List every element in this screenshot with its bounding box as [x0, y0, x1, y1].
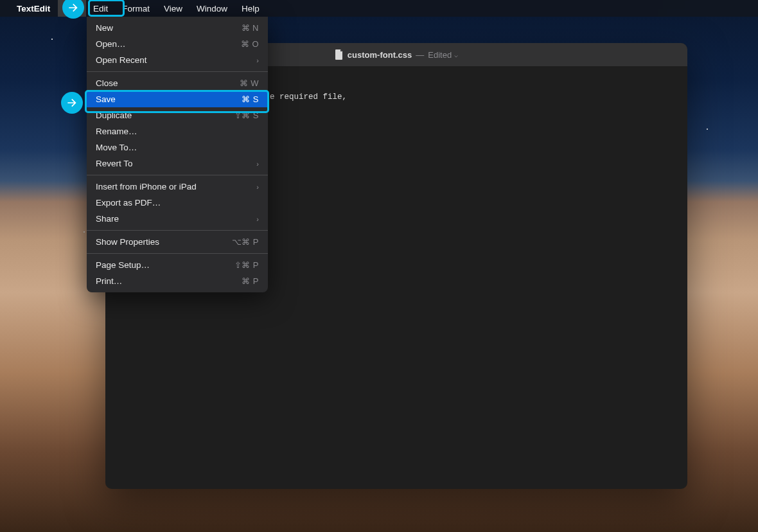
menu-shortcut: ⌘ S: [242, 94, 259, 104]
editor-filename: custom-font.css: [348, 50, 412, 60]
menu-item-label: Open…: [96, 39, 126, 49]
menu-item-label: Page Setup…: [96, 260, 150, 270]
menu-item-close[interactable]: Close⌘ W: [87, 75, 268, 91]
chevron-down-icon[interactable]: ⌵: [454, 51, 458, 58]
menu-item-open-recent[interactable]: Open Recent›: [87, 52, 268, 68]
menu-edit[interactable]: Edit: [86, 0, 115, 17]
app-name[interactable]: TextEdit: [14, 4, 58, 13]
menu-file[interactable]: File: [58, 0, 86, 17]
callout-arrow-save: [61, 92, 83, 114]
menu-item-label: Rename…: [96, 127, 137, 136]
menu-format[interactable]: Format: [115, 0, 157, 17]
menu-item-label: Show Properties: [96, 237, 159, 247]
chevron-right-icon: ›: [256, 160, 259, 168]
menu-item-new[interactable]: New⌘ N: [87, 20, 268, 36]
menu-item-duplicate[interactable]: Duplicate⇧⌘ S: [87, 107, 268, 123]
menu-item-label: Close: [96, 78, 118, 88]
chevron-right-icon: ›: [256, 57, 259, 64]
menu-separator: [87, 253, 268, 254]
chevron-right-icon: ›: [256, 183, 259, 191]
menu-item-open[interactable]: Open…⌘ O: [87, 36, 268, 52]
menu-separator: [87, 71, 268, 72]
menu-item-revert-to[interactable]: Revert To›: [87, 155, 268, 172]
menu-separator: [87, 230, 268, 231]
menu-item-label: New: [96, 23, 113, 33]
menu-item-save[interactable]: Save⌘ S: [87, 91, 268, 107]
menu-shortcut: ⇧⌘ S: [234, 111, 259, 120]
menu-item-label: Export as PDF…: [96, 198, 161, 208]
editor-status: Edited: [428, 50, 452, 60]
menu-item-rename[interactable]: Rename…: [87, 123, 268, 139]
menu-item-move-to[interactable]: Move To…: [87, 139, 268, 155]
macos-menubar: TextEdit FileEditFormatViewWindowHelp: [0, 0, 758, 17]
menu-item-label: Duplicate: [96, 111, 132, 120]
menu-view[interactable]: View: [157, 0, 190, 17]
chevron-right-icon: ›: [256, 215, 259, 223]
menu-item-insert-from-iphone-or-ipad[interactable]: Insert from iPhone or iPad›: [87, 179, 268, 195]
menu-shortcut: ⇧⌘ P: [234, 260, 259, 270]
menu-shortcut: ⌘ W: [240, 78, 259, 88]
menu-window[interactable]: Window: [190, 0, 234, 17]
menu-item-print[interactable]: Print…⌘ P: [87, 273, 268, 289]
menu-item-label: Save: [96, 94, 116, 104]
menu-item-label: Share: [96, 214, 119, 224]
menu-item-label: Move To…: [96, 143, 137, 152]
menu-shortcut: ⌘ O: [241, 39, 259, 49]
menu-help[interactable]: Help: [234, 0, 267, 17]
menu-separator: [87, 175, 268, 175]
menu-shortcut: ⌘ N: [242, 23, 260, 33]
menu-item-page-setup[interactable]: Page Setup…⇧⌘ P: [87, 257, 268, 273]
menu-item-label: Insert from iPhone or iPad: [96, 182, 197, 191]
file-icon: [335, 49, 344, 60]
menu-item-label: Revert To: [96, 159, 133, 168]
menu-item-share[interactable]: Share›: [87, 211, 268, 227]
separator: —: [416, 50, 424, 60]
menu-item-show-properties[interactable]: Show Properties⌥⌘ P: [87, 234, 268, 250]
menu-item-label: Open Recent: [96, 55, 147, 65]
menu-shortcut: ⌥⌘ P: [232, 237, 259, 247]
file-menu-dropdown: New⌘ NOpen…⌘ OOpen Recent›Close⌘ WSave⌘ …: [87, 17, 268, 292]
menu-item-export-as-pdf[interactable]: Export as PDF…: [87, 195, 268, 211]
menu-shortcut: ⌘ P: [242, 276, 259, 286]
menu-item-label: Print…: [96, 276, 122, 286]
